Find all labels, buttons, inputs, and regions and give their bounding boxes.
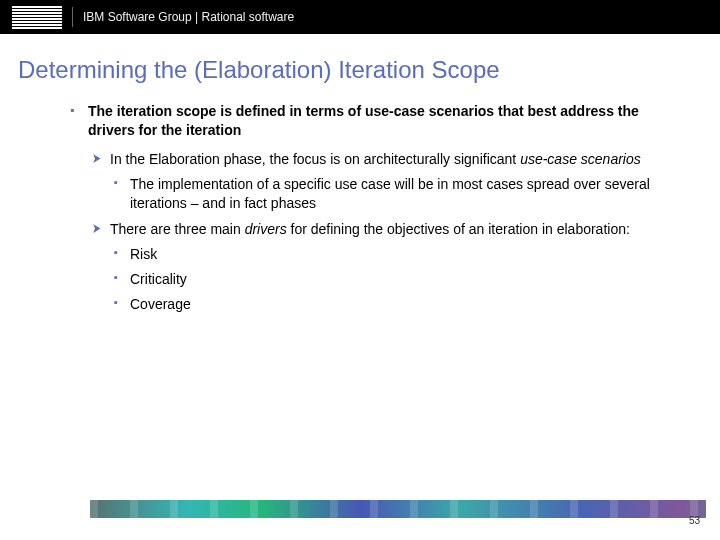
bullet-elaboration-focus: In the Elaboration phase, the focus is o… [92,150,670,169]
bullet-main: The iteration scope is defined in terms … [70,102,670,140]
footer-graphic-band [90,500,706,518]
content-area: The iteration scope is defined in terms … [0,102,720,314]
header-text: IBM Software Group | Rational software [83,10,294,24]
bullet-implementation-spread: The implementation of a specific use cas… [114,175,670,213]
text-part: In the Elaboration phase, the focus is o… [110,151,520,167]
page-title: Determining the (Elaboration) Iteration … [0,34,720,102]
ibm-logo-icon [12,7,73,27]
footer: 53 [0,500,720,526]
bullet-three-drivers: There are three main drivers for definin… [92,220,670,239]
text-part: for defining the objectives of an iterat… [287,221,630,237]
slide: IBM Software Group | Rational software D… [0,0,720,540]
driver-risk: Risk [114,245,670,264]
driver-criticality: Criticality [114,270,670,289]
italic-use-case-scenarios: use-case scenarios [520,151,641,167]
page-number: 53 [689,515,700,526]
driver-coverage: Coverage [114,295,670,314]
italic-drivers: drivers [245,221,287,237]
text-part: There are three main [110,221,245,237]
header-bar: IBM Software Group | Rational software [0,0,720,34]
